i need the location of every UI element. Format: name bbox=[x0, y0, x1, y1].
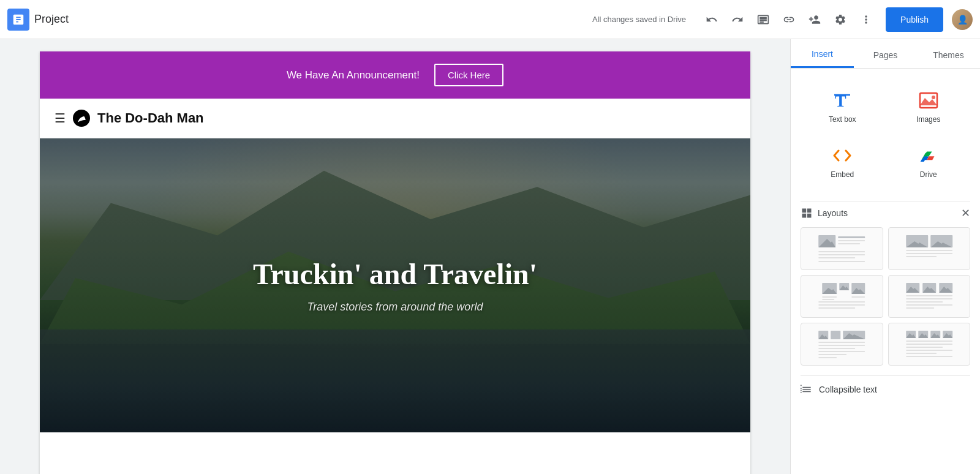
svg-rect-43 bbox=[906, 304, 952, 306]
toolbar-actions: Publish 👤 bbox=[701, 7, 973, 32]
more-options-button[interactable] bbox=[855, 9, 877, 31]
svg-rect-14 bbox=[818, 261, 865, 262]
layouts-icon bbox=[801, 207, 813, 219]
preview-button[interactable] bbox=[752, 9, 774, 31]
add-collaborator-button[interactable] bbox=[804, 9, 826, 31]
svg-rect-20 bbox=[906, 253, 952, 254]
announcement-click-here-button[interactable]: Click Here bbox=[434, 64, 503, 86]
publish-button[interactable]: Publish bbox=[886, 7, 943, 32]
hero-title: Truckin' and Travelin' bbox=[253, 257, 537, 291]
right-sidebar: Insert Pages Themes T Text box bbox=[790, 39, 980, 474]
svg-rect-52 bbox=[818, 348, 855, 349]
svg-rect-13 bbox=[818, 257, 855, 258]
svg-rect-24 bbox=[822, 296, 837, 298]
menu-icon[interactable]: ☰ bbox=[55, 111, 66, 126]
tab-pages[interactable]: Pages bbox=[854, 39, 917, 68]
svg-text:T: T bbox=[835, 91, 846, 110]
images-icon bbox=[919, 91, 938, 110]
svg-rect-50 bbox=[818, 342, 865, 343]
svg-rect-9 bbox=[838, 240, 865, 241]
svg-rect-64 bbox=[906, 340, 952, 342]
site-header: ☰ The Do-Dah Man bbox=[40, 99, 750, 138]
layout-card-3[interactable] bbox=[801, 275, 883, 318]
svg-rect-10 bbox=[838, 243, 860, 244]
user-avatar[interactable]: 👤 bbox=[952, 9, 973, 30]
sidebar-tabs: Insert Pages Themes bbox=[791, 39, 980, 69]
layouts-header-left: Layouts bbox=[801, 207, 848, 219]
save-status: All changes saved in Drive bbox=[592, 15, 686, 24]
insert-item-drive[interactable]: Drive bbox=[887, 136, 971, 189]
insert-item-embed[interactable]: Embed bbox=[801, 136, 884, 189]
svg-rect-33 bbox=[818, 307, 855, 309]
settings-button[interactable] bbox=[829, 9, 851, 31]
svg-rect-40 bbox=[906, 295, 952, 296]
svg-rect-47 bbox=[831, 331, 840, 339]
layout-card-4[interactable] bbox=[888, 275, 971, 318]
svg-point-4 bbox=[932, 96, 935, 99]
layout-card-5[interactable] bbox=[801, 323, 883, 366]
svg-rect-19 bbox=[906, 250, 952, 251]
collapsible-text-section[interactable]: Collapsible text bbox=[801, 375, 970, 403]
canvas-area[interactable]: We Have An Announcement! Click Here ☰ Th… bbox=[0, 39, 790, 474]
collapsible-text-label: Collapsible text bbox=[819, 385, 877, 394]
svg-rect-11 bbox=[818, 251, 865, 252]
embed-label: Embed bbox=[831, 170, 854, 179]
drive-icon bbox=[919, 146, 938, 165]
svg-rect-25 bbox=[822, 299, 834, 300]
svg-rect-12 bbox=[818, 254, 865, 255]
svg-rect-41 bbox=[906, 298, 952, 299]
sidebar-insert-content: T Text box Images bbox=[791, 69, 980, 474]
layout-card-1[interactable] bbox=[801, 227, 883, 270]
svg-rect-32 bbox=[818, 304, 865, 306]
site-logo bbox=[73, 110, 90, 127]
svg-rect-68 bbox=[906, 353, 937, 354]
redo-button[interactable] bbox=[726, 9, 748, 31]
hero-section: Truckin' and Travelin' Travel stories fr… bbox=[40, 138, 750, 432]
insert-item-textbox[interactable]: T Text box bbox=[801, 81, 884, 134]
layout-card-6[interactable] bbox=[888, 323, 971, 366]
layouts-grid bbox=[801, 227, 970, 366]
svg-rect-69 bbox=[906, 356, 952, 357]
announcement-bar: We Have An Announcement! Click Here bbox=[40, 51, 750, 99]
layouts-title: Layouts bbox=[818, 208, 848, 218]
toolbar: Project All changes saved in Drive bbox=[0, 0, 980, 39]
textbox-label: Text box bbox=[829, 115, 856, 124]
main-area: We Have An Announcement! Click Here ☰ Th… bbox=[0, 39, 980, 474]
site-frame: We Have An Announcement! Click Here ☰ Th… bbox=[40, 51, 750, 474]
app-icon[interactable] bbox=[7, 9, 29, 31]
svg-rect-53 bbox=[818, 351, 865, 352]
svg-rect-55 bbox=[818, 357, 837, 358]
svg-rect-30 bbox=[851, 296, 865, 298]
svg-rect-51 bbox=[818, 345, 865, 346]
tab-insert[interactable]: Insert bbox=[791, 39, 854, 68]
document-title: Project bbox=[34, 13, 69, 26]
drive-label: Drive bbox=[920, 170, 937, 179]
undo-button[interactable] bbox=[701, 9, 723, 31]
svg-rect-54 bbox=[818, 354, 846, 355]
layouts-section-header: Layouts ✕ bbox=[801, 201, 970, 227]
svg-rect-21 bbox=[906, 256, 937, 257]
svg-rect-67 bbox=[906, 350, 952, 351]
tab-themes[interactable]: Themes bbox=[917, 39, 980, 68]
svg-rect-8 bbox=[838, 236, 865, 238]
collapsible-icon bbox=[801, 383, 813, 396]
svg-rect-31 bbox=[818, 301, 865, 303]
svg-rect-44 bbox=[906, 307, 934, 309]
layouts-close-button[interactable]: ✕ bbox=[961, 206, 970, 220]
announcement-text: We Have An Announcement! bbox=[287, 69, 420, 81]
svg-rect-66 bbox=[906, 347, 943, 348]
site-title: The Do-Dah Man bbox=[97, 110, 204, 126]
insert-item-images[interactable]: Images bbox=[887, 81, 971, 134]
textbox-icon: T bbox=[832, 91, 852, 110]
images-label: Images bbox=[916, 115, 940, 124]
insert-items-grid: T Text box Images bbox=[801, 81, 970, 189]
svg-rect-2 bbox=[920, 93, 937, 108]
svg-rect-65 bbox=[906, 344, 952, 345]
hero-content: Truckin' and Travelin' Travel stories fr… bbox=[40, 138, 750, 432]
embed-icon bbox=[832, 146, 852, 165]
layout-card-2[interactable] bbox=[888, 227, 971, 270]
svg-marker-3 bbox=[920, 98, 937, 105]
copy-link-button[interactable] bbox=[778, 9, 800, 31]
hero-subtitle: Travel stories from around the world bbox=[307, 301, 483, 314]
svg-rect-42 bbox=[906, 301, 943, 303]
